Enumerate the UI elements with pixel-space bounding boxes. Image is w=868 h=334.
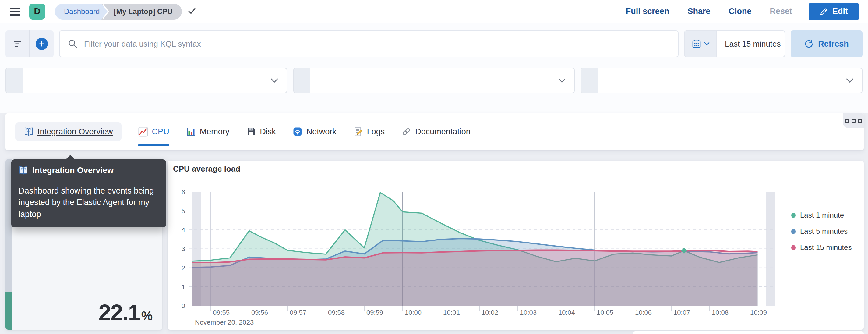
nav-link-label: Memory: [200, 127, 230, 136]
next-panel-top-edge: [633, 331, 864, 334]
x-tick-label: 09:56: [251, 309, 268, 316]
x-tick-label: 10:04: [558, 309, 575, 316]
filters-section: Last 15 minutes Refresh: [0, 24, 868, 113]
nav-link-network[interactable]: Network: [293, 122, 337, 141]
x-tick-label: 09:55: [213, 309, 230, 316]
x-tick-label: 09:59: [366, 309, 383, 316]
menu-button[interactable]: [9, 7, 21, 17]
control-agent-name[interactable]: [5, 68, 287, 93]
chevron-down-icon: [558, 78, 566, 83]
kql-search-bar: [59, 30, 679, 57]
chevron-down-icon: [846, 78, 854, 83]
navigation-links-panel: Integration OverviewCPUMemoryDiskNetwork…: [5, 113, 864, 150]
x-tick-label: 10:09: [750, 309, 767, 316]
share-button[interactable]: Share: [686, 6, 712, 17]
nav-link-memory[interactable]: Memory: [186, 122, 230, 141]
chart-legend: Last 1 minuteLast 5 minutesLast 15 minut…: [791, 211, 851, 252]
book-icon: [24, 127, 33, 136]
dashboard-controls-row: [5, 68, 863, 93]
x-tick-label: 09:57: [290, 309, 306, 316]
legend-item-last-1-minute[interactable]: Last 1 minute: [791, 211, 851, 219]
nav-link-label: CPU: [152, 127, 169, 136]
control-integration-name[interactable]: [293, 68, 575, 93]
x-tick-label: 10:02: [482, 309, 498, 316]
header-actions: Full screen Share Clone Reset Edit: [624, 3, 859, 21]
nav-link-label: Documentation: [415, 127, 470, 136]
wireless-icon: [293, 127, 303, 136]
y-tick-label: 2: [182, 264, 185, 272]
floppy-disk-icon: [246, 127, 256, 136]
x-tick-label: 10:07: [673, 309, 690, 316]
y-tick-label: 4: [182, 226, 185, 234]
chart-title: CPU average load: [173, 164, 240, 174]
control-agent-version[interactable]: [581, 68, 863, 93]
chevron-down-icon: [271, 78, 278, 83]
x-tick-label: 10:01: [443, 309, 460, 316]
top-header: D Dashboard [My Laptop] CPU Full screen …: [0, 0, 868, 24]
legend-item-last-15-minutes[interactable]: Last 15 minutes: [791, 243, 851, 252]
cpu-load-chart[interactable]: 09:5509:5609:5709:5809:5910:0010:0110:02…: [167, 161, 864, 330]
tooltip-title: Integration Overview: [19, 165, 159, 175]
breadcrumb-separator: [101, 4, 107, 20]
hamburger-icon: [9, 7, 21, 17]
full-screen-button[interactable]: Full screen: [624, 6, 671, 17]
filter-button-group: [5, 30, 54, 57]
refresh-button[interactable]: Refresh: [790, 30, 863, 57]
add-filter-button[interactable]: [30, 30, 54, 57]
y-tick-label: 0: [182, 302, 185, 310]
edit-button[interactable]: Edit: [809, 3, 859, 21]
chevron-down-icon: [704, 42, 710, 46]
nav-link-label: Disk: [260, 127, 276, 136]
legend-dot: [791, 245, 796, 250]
nav-link-documentation[interactable]: Documentation: [401, 122, 470, 141]
kql-query-input[interactable]: [84, 39, 670, 49]
nav-link-label: Logs: [367, 127, 385, 136]
clone-button[interactable]: Clone: [727, 6, 753, 17]
refresh-icon: [804, 39, 813, 49]
tooltip-divider: [19, 180, 159, 180]
reset-button[interactable]: Reset: [768, 6, 794, 17]
calendar-icon: [692, 39, 702, 49]
panel-options-icon: [845, 119, 849, 123]
x-tick-label: 10:00: [405, 309, 422, 316]
nav-link-disk[interactable]: Disk: [246, 122, 276, 141]
chart-increasing-icon: [138, 127, 148, 136]
time-range-value[interactable]: Last 15 minutes: [717, 31, 781, 57]
legend-label: Last 15 minutes: [800, 243, 851, 252]
link-icon: [401, 127, 411, 136]
plus-circle-icon: [36, 38, 48, 50]
pencil-icon: [819, 7, 828, 16]
metric-value: 22.1 %: [99, 300, 153, 326]
control-label: [6, 68, 23, 93]
query-bar-row: Last 15 minutes Refresh: [5, 24, 863, 57]
bar-chart-icon: [186, 127, 196, 136]
x-tick-label: 09:58: [328, 309, 345, 316]
nav-link-integration-overview[interactable]: Integration Overview: [15, 122, 122, 141]
y-tick-label: 3: [182, 245, 185, 253]
y-tick-label: 6: [182, 188, 185, 196]
x-tick-label: 10:05: [597, 309, 613, 316]
filter-icon: [12, 39, 23, 49]
breadcrumb: Dashboard [My Laptop] CPU: [55, 4, 196, 20]
space-avatar[interactable]: D: [29, 4, 45, 20]
x-tick-label: 10:08: [712, 309, 728, 316]
legend-item-last-5-minutes[interactable]: Last 5 minutes: [791, 227, 851, 236]
legend-dot: [791, 213, 796, 218]
integration-overview-tooltip: Integration Overview Dashboard showing t…: [11, 159, 166, 227]
legend-label: Last 5 minutes: [800, 227, 847, 236]
time-range-picker: Last 15 minutes: [684, 30, 785, 57]
search-icon: [68, 39, 78, 49]
x-tick-label: 10:06: [635, 309, 652, 316]
metric-unit: %: [141, 309, 153, 323]
legend-label: Last 1 minute: [800, 211, 844, 219]
control-label: [581, 68, 598, 93]
filter-menu-button[interactable]: [5, 30, 29, 57]
checkmark-icon: [187, 7, 196, 17]
x-tick-label: 10:03: [520, 309, 537, 316]
nav-link-logs[interactable]: Logs: [353, 122, 385, 141]
breadcrumb-dashboard[interactable]: Dashboard: [55, 4, 101, 20]
panel-options-button[interactable]: [843, 113, 864, 128]
tooltip-body: Dashboard showing the events being inges…: [19, 185, 159, 220]
nav-link-cpu[interactable]: CPU: [138, 122, 169, 141]
calendar-menu-button[interactable]: [685, 31, 717, 57]
